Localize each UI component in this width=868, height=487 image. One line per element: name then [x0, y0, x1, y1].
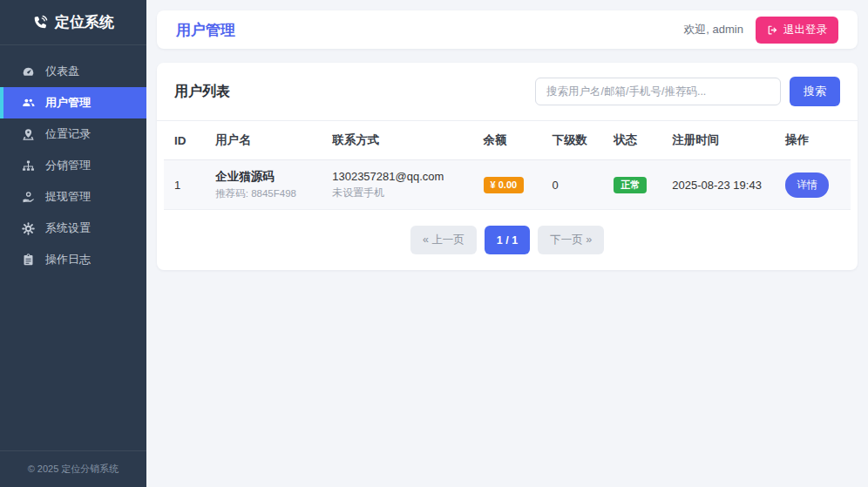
sidebar-item-users[interactable]: 用户管理	[0, 87, 146, 118]
cell-username: 企业猫源码 推荐码: 8845F498	[205, 160, 322, 210]
search-input[interactable]	[535, 78, 781, 105]
cell-contact: 1302357281@qq.com 未设置手机	[322, 160, 472, 210]
pagination: « 上一页 1 / 1 下一页 »	[157, 226, 858, 254]
sidebar-item-label: 分销管理	[45, 158, 91, 173]
next-page-button[interactable]: 下一页 »	[538, 226, 604, 254]
sidebar: 定位系统 仪表盘 用户管理 位置记录	[0, 0, 146, 487]
hand-holding-money-icon	[22, 191, 35, 204]
column-header-subordinates: 下级数	[541, 121, 603, 160]
current-page-indicator[interactable]: 1 / 1	[485, 226, 530, 254]
card-title: 用户列表	[174, 83, 230, 101]
sidebar-item-label: 位置记录	[45, 126, 91, 142]
phone-volume-icon	[32, 15, 48, 30]
app-title: 定位系统	[55, 12, 114, 32]
topbar-right: 欢迎, admin 退出登录	[683, 17, 838, 44]
top-bar: 用户管理 欢迎, admin 退出登录	[157, 10, 858, 49]
page-title: 用户管理	[176, 20, 235, 40]
sidebar-nav: 仪表盘 用户管理 位置记录	[0, 56, 146, 450]
prev-page-button[interactable]: « 上一页	[410, 226, 477, 254]
status-badge: 正常	[614, 177, 647, 193]
sidebar-item-dashboard[interactable]: 仪表盘	[0, 56, 146, 87]
sidebar-item-locations[interactable]: 位置记录	[0, 118, 146, 150]
balance-badge: ¥ 0.00	[484, 177, 525, 193]
column-header-contact: 联系方式	[322, 121, 472, 160]
cell-registered: 2025-08-23 19:43	[661, 160, 775, 210]
column-header-registered: 注册时间	[661, 121, 775, 160]
logout-label: 退出登录	[783, 23, 827, 37]
sidebar-item-label: 用户管理	[45, 95, 91, 111]
sitemap-icon	[22, 159, 35, 172]
column-header-actions: 操作	[775, 121, 851, 160]
tachometer-icon	[22, 65, 35, 78]
user-table: ID 用户名 联系方式 余额 下级数 状态 注册时间 操作 1 企业猫源码 推荐…	[164, 121, 851, 210]
logout-button[interactable]: 退出登录	[756, 17, 838, 44]
search-button[interactable]: 搜索	[790, 77, 840, 106]
cell-id: 1	[164, 160, 205, 210]
sidebar-item-label: 仪表盘	[45, 64, 79, 79]
sidebar-item-label: 提现管理	[45, 189, 91, 205]
email-text: 1302357281@qq.com	[332, 170, 462, 183]
users-icon	[22, 97, 35, 110]
column-header-status: 状态	[603, 121, 661, 160]
table-row: 1 企业猫源码 推荐码: 8845F498 1302357281@qq.com …	[164, 160, 851, 210]
clipboard-icon	[22, 254, 35, 267]
map-marker-icon	[22, 128, 35, 141]
card-header: 用户列表 搜索	[157, 63, 858, 121]
user-list-card: 用户列表 搜索 ID 用户名 联系方式 余额 下级数 状态 注册时间 操作	[157, 63, 858, 270]
welcome-text: 欢迎, admin	[683, 22, 743, 37]
cell-balance: ¥ 0.00	[473, 160, 542, 210]
column-header-username: 用户名	[205, 121, 322, 160]
cell-actions: 详情	[775, 160, 851, 210]
username-text: 企业猫源码	[215, 169, 311, 185]
app-logo: 定位系统	[0, 0, 146, 45]
sidebar-footer: © 2025 定位分销系统	[0, 450, 146, 487]
main-content: 用户管理 欢迎, admin 退出登录 用户列表 搜索 ID 用户名	[146, 0, 868, 487]
sign-out-icon	[767, 24, 778, 36]
sidebar-item-label: 系统设置	[45, 220, 91, 236]
search-group: 搜索	[535, 77, 840, 106]
detail-button[interactable]: 详情	[785, 172, 829, 198]
sidebar-item-settings[interactable]: 系统设置	[0, 213, 146, 244]
column-header-id: ID	[164, 121, 205, 160]
cell-status: 正常	[603, 160, 661, 210]
cell-subordinates: 0	[541, 160, 603, 210]
sidebar-item-logs[interactable]: 操作日志	[0, 244, 146, 275]
sidebar-item-label: 操作日志	[45, 252, 91, 267]
column-header-balance: 余额	[473, 121, 542, 160]
gear-icon	[22, 222, 35, 235]
sidebar-item-withdrawals[interactable]: 提现管理	[0, 181, 146, 213]
phone-text: 未设置手机	[332, 186, 462, 200]
table-header-row: ID 用户名 联系方式 余额 下级数 状态 注册时间 操作	[164, 121, 851, 160]
referral-code-text: 推荐码: 8845F498	[215, 187, 311, 200]
sidebar-item-distribution[interactable]: 分销管理	[0, 150, 146, 181]
